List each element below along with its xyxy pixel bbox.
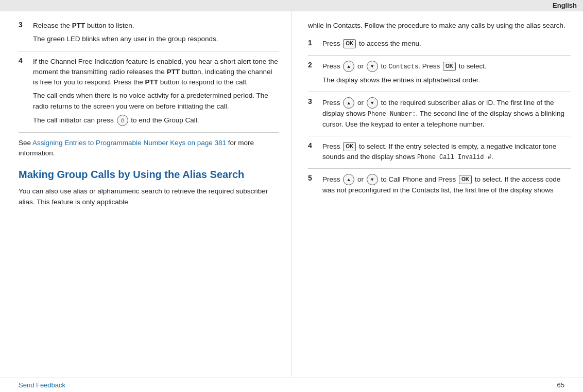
right-step-4-num: 4 (308, 141, 322, 163)
right-step-1-num: 1 (308, 39, 322, 49)
see-link[interactable]: Assigning Entries to Programmable Number… (32, 139, 226, 147)
down-button-icon-2: ▼ (367, 61, 378, 72)
top-bar: English (0, 0, 583, 11)
step4-p3-end: to end the Group Call. (131, 116, 199, 123)
right-step-3-content: Press ▲ or ▼ to the required subscriber … (322, 97, 571, 130)
right-step-1-content: Press OK to access the menu. (322, 39, 571, 49)
see-block: See Assigning Entries to Programmable Nu… (19, 138, 279, 159)
ok-button-icon-4: OK (343, 142, 356, 151)
r-step2-p2: The display shows the entries in alphabe… (322, 75, 571, 85)
up-button-icon-2: ▲ (343, 61, 354, 72)
right-step-4-content: Press OK to select. If the entry selecte… (322, 141, 571, 163)
r-step4-dot: . (491, 153, 493, 161)
step3-p1-rest: button to listen. (85, 22, 134, 29)
right-step-1: 1 Press OK to access the menu. (308, 39, 571, 56)
right-intro: while in Contacts. Follow the procedure … (308, 21, 571, 31)
content-wrapper: 3 Release the PTT button to listen. The … (0, 11, 583, 377)
step3-p2: The green LED blinks when any user in th… (33, 34, 279, 44)
ok-button-icon-1: OK (343, 39, 356, 48)
right-step-3: 3 Press ▲ or ▼ to the required subscribe… (308, 97, 571, 136)
down-button-icon-5: ▼ (367, 174, 378, 185)
back-button-icon: ⎙ (117, 115, 128, 126)
r-step4-p1-start: Press (322, 142, 342, 150)
r-step1-p1-start: Press (322, 40, 342, 47)
right-step-5-num: 5 (308, 174, 322, 195)
ok-button-icon-2: OK (443, 62, 456, 71)
r-step5-or: or (357, 175, 366, 183)
r-step5-p1-start: Press (322, 175, 342, 183)
left-step-4: 4 If the Channel Free Indication feature… (19, 57, 279, 133)
r-step2-mid: . Press (418, 62, 442, 70)
step4-p2: The call ends when there is no voice act… (33, 91, 279, 112)
r-step2-monospace: Contacts (389, 63, 419, 70)
right-column: while in Contacts. Follow the procedure … (292, 11, 583, 377)
right-step-5: 5 Press ▲ or ▼ to Call Phone and Press O… (308, 174, 571, 202)
section-heading: Making Group Calls by Using the Alias Se… (19, 168, 279, 181)
left-intro: You can also use alias or alphanumeric s… (19, 186, 279, 208)
up-button-icon-3: ▲ (343, 97, 354, 109)
see-prefix: See (19, 139, 32, 147)
step4-p1-end: button to respond to the call. (158, 78, 248, 86)
r-step3-mono1: Phone Number: (368, 111, 416, 118)
r-step2-p1-start: Press (322, 62, 342, 70)
right-step-2-content: Press ▲ or ▼ to Contacts. Press OK to se… (322, 61, 571, 85)
left-step-3-num: 3 (19, 21, 33, 45)
r-step2-to: to (381, 62, 389, 70)
r-step1-p1-end: to access the menu. (359, 40, 421, 47)
right-step-5-content: Press ▲ or ▼ to Call Phone and Press OK … (322, 174, 571, 195)
ok-button-icon-5: OK (459, 175, 472, 184)
r-step2-or: or (357, 62, 366, 70)
send-feedback-link[interactable]: Send Feedback (19, 381, 65, 389)
footer-bar: Send Feedback 65 (0, 378, 583, 392)
r-step4-mono: Phone Call Invalid # (417, 154, 491, 161)
right-step-3-num: 3 (308, 97, 322, 130)
right-step-4: 4 Press OK to select. If the entry selec… (308, 141, 571, 169)
r-step5-mid: to Call Phone and Press (381, 175, 458, 183)
left-step-4-num: 4 (19, 57, 33, 126)
step4-ptt2: PTT (145, 78, 159, 86)
r-step2-end: to select. (459, 62, 487, 70)
right-step-2-num: 2 (308, 61, 322, 85)
left-step-4-content: If the Channel Free Indication feature i… (33, 57, 279, 126)
step4-p3-start: The call initiator can press (33, 116, 116, 123)
up-button-icon-5: ▲ (343, 174, 354, 185)
step3-ptt: PTT (72, 22, 85, 29)
language-label: English (553, 2, 577, 9)
right-step-2: 2 Press ▲ or ▼ to Contacts. Press OK to … (308, 61, 571, 92)
r-step3-p1-start: Press (322, 99, 342, 106)
page-number: 65 (557, 381, 564, 389)
r-step3-or: or (357, 99, 366, 106)
left-column: 3 Release the PTT button to listen. The … (0, 11, 292, 377)
down-button-icon-3: ▼ (367, 97, 378, 109)
left-step-3-content: Release the PTT button to listen. The gr… (33, 21, 279, 45)
step3-p1-start: Release the (33, 22, 72, 29)
step4-ptt1: PTT (167, 68, 180, 76)
left-step-3: 3 Release the PTT button to listen. The … (19, 21, 279, 51)
